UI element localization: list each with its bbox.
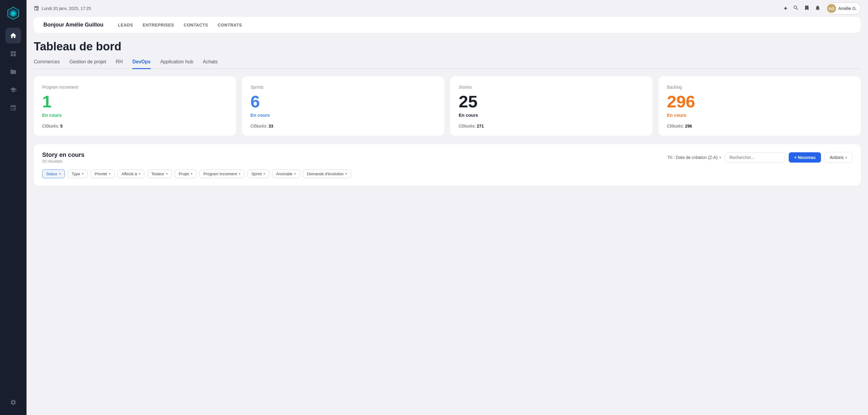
- filter-status-chevron: ▾: [59, 172, 61, 176]
- user-profile-pill[interactable]: AG Amélie G.: [826, 2, 861, 14]
- filter-status[interactable]: Status ▾: [42, 170, 65, 178]
- nav-entreprises[interactable]: ENTREPRISES: [143, 23, 174, 27]
- tab-devops[interactable]: DevOps: [132, 59, 150, 69]
- user-name-label: Amélie G.: [838, 6, 857, 11]
- tab-rh[interactable]: RH: [116, 59, 123, 69]
- logo[interactable]: [5, 5, 22, 22]
- topbar-right: ✦ AG Amélie G.: [783, 2, 861, 14]
- filter-type-chevron: ▾: [82, 172, 84, 176]
- filter-anomalie[interactable]: Anomalie ▾: [272, 170, 300, 178]
- story-header: Story en cours 25 résultats Tri : Date d…: [42, 151, 852, 164]
- sort-chevron-icon: ▾: [719, 156, 721, 159]
- filter-priorite-chevron: ▾: [109, 172, 111, 176]
- stat-closed-2: Clôturés: 271: [459, 124, 644, 128]
- welcome-banner: Bonjour Amélie Guillou LEADS ENTREPRISES…: [34, 17, 861, 33]
- stat-card-program-increment: Program increment 1 En cours Clôturés: 5: [34, 76, 236, 136]
- story-title: Story en cours: [42, 151, 84, 158]
- actions-button[interactable]: Actions ▾: [825, 152, 852, 163]
- main-content: Lundi 20 janv. 2025, 17:25 ✦ AG: [27, 0, 868, 415]
- filter-pi-chevron: ▾: [239, 172, 241, 176]
- page-title: Tableau de bord: [34, 40, 861, 53]
- stat-number-1: 6: [250, 93, 436, 110]
- stat-closed-0: Clôturés: 5: [42, 124, 227, 128]
- nav-contrats[interactable]: CONTRATS: [218, 23, 242, 27]
- filter-demande-evolution[interactable]: Demande d'évolution ▾: [303, 170, 351, 178]
- tab-gestion-de-projet[interactable]: Gestion de projet: [69, 59, 106, 69]
- filter-anomalie-chevron: ▾: [294, 172, 296, 176]
- filter-sprint[interactable]: Sprint ▾: [247, 170, 269, 178]
- filter-projet-chevron: ▾: [191, 172, 193, 176]
- bell-icon[interactable]: [815, 5, 821, 12]
- stat-number-0: 1: [42, 93, 227, 110]
- stat-status-0: En cours: [42, 113, 227, 118]
- filter-program-increment[interactable]: Program Increment ▾: [199, 170, 244, 178]
- filter-projet[interactable]: Projet ▾: [175, 170, 196, 178]
- filter-sprint-chevron: ▾: [264, 172, 265, 176]
- stat-card-sprints: Sprints 6 En cours Clôturés: 33: [242, 76, 444, 136]
- filter-evolution-chevron: ▾: [345, 172, 347, 176]
- filter-affecte-a[interactable]: Affecté à ▾: [118, 170, 144, 178]
- stat-closed-3: Clôturés: 296: [667, 124, 852, 128]
- sidebar-item-learn[interactable]: [5, 82, 21, 98]
- stat-card-stories: Stories 25 En cours Clôturés: 271: [450, 76, 652, 136]
- sort-label: Tri : Date de création (Z-A): [668, 155, 718, 160]
- tab-achats[interactable]: Achats: [203, 59, 218, 69]
- sidebar-item-home[interactable]: [5, 28, 21, 43]
- search-icon[interactable]: [793, 5, 799, 12]
- tab-commerces[interactable]: Commerces: [34, 59, 60, 69]
- tabs-bar: Commerces Gestion de projet RH DevOps Ap…: [34, 59, 861, 69]
- stat-number-2: 25: [459, 93, 644, 110]
- stat-label-2: Stories: [459, 85, 644, 90]
- filter-testeur[interactable]: Testeur ▾: [147, 170, 172, 178]
- sidebar: [0, 0, 27, 415]
- topbar: Lundi 20 janv. 2025, 17:25 ✦ AG: [27, 0, 868, 17]
- filter-affecte-chevron: ▾: [138, 172, 141, 176]
- stat-status-3: En cours: [667, 113, 852, 118]
- ai-sparkle-icon[interactable]: ✦: [783, 5, 788, 12]
- topbar-left: Lundi 20 janv. 2025, 17:25: [34, 6, 91, 11]
- current-date: Lundi 20 janv. 2025, 17:25: [41, 6, 91, 11]
- sidebar-item-calendar[interactable]: [5, 100, 21, 116]
- stat-label-1: Sprints: [250, 85, 436, 90]
- sidebar-item-folder[interactable]: [5, 64, 21, 80]
- actions-chevron-icon: ▾: [845, 156, 847, 159]
- stat-label-3: Backlog: [667, 85, 852, 90]
- filter-priorite[interactable]: Priorité ▾: [91, 170, 115, 178]
- stat-label-0: Program increment: [42, 85, 227, 90]
- avatar: AG: [827, 4, 836, 13]
- search-input[interactable]: [725, 152, 785, 162]
- nav-leads[interactable]: LEADS: [118, 23, 133, 27]
- stat-status-2: En cours: [459, 113, 644, 118]
- filter-testeur-chevron: ▾: [166, 172, 168, 176]
- sort-button[interactable]: Tri : Date de création (Z-A) ▾: [668, 155, 721, 160]
- sidebar-item-grid[interactable]: [5, 46, 21, 62]
- content-area: Bonjour Amélie Guillou LEADS ENTREPRISES…: [27, 17, 868, 415]
- new-button[interactable]: + Nouveau: [789, 152, 821, 162]
- stat-closed-1: Clôturés: 33: [250, 124, 436, 128]
- bookmark-icon[interactable]: [804, 5, 810, 12]
- stat-card-backlog: Backlog 296 En cours Clôturés: 296: [658, 76, 861, 136]
- story-section: Story en cours 25 résultats Tri : Date d…: [34, 144, 861, 185]
- filter-bar: Status ▾ Type ▾ Priorité ▾ Affecté à ▾ T…: [42, 170, 852, 178]
- story-controls: Tri : Date de création (Z-A) ▾ + Nouveau…: [668, 152, 852, 163]
- banner-nav: LEADS ENTREPRISES CONTACTS CONTRATS: [118, 23, 242, 27]
- filter-type[interactable]: Type ▾: [68, 170, 88, 178]
- calendar-icon: [34, 6, 39, 11]
- stat-number-3: 296: [667, 93, 852, 110]
- stat-status-1: En cours: [250, 113, 436, 118]
- tab-application-hub[interactable]: Application hub: [160, 59, 193, 69]
- stats-grid: Program increment 1 En cours Clôturés: 5…: [34, 76, 861, 136]
- story-title-group: Story en cours 25 résultats: [42, 151, 84, 164]
- welcome-greeting: Bonjour Amélie Guillou: [43, 22, 103, 28]
- story-count: 25 résultats: [42, 159, 84, 164]
- nav-contacts[interactable]: CONTACTS: [184, 23, 208, 27]
- sidebar-item-settings[interactable]: [5, 394, 21, 410]
